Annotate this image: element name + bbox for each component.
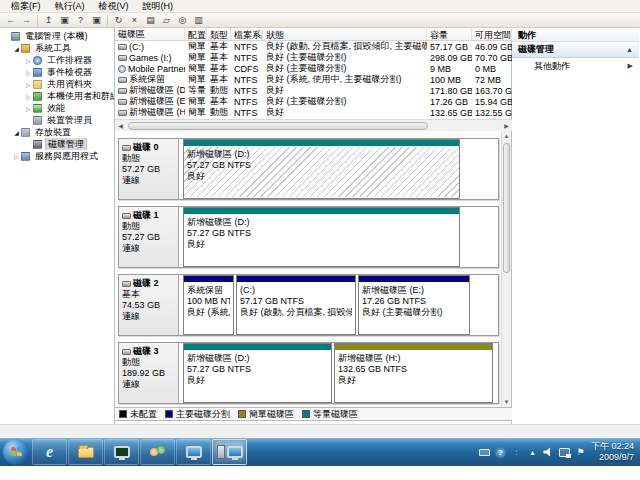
disk-icon	[122, 145, 131, 151]
tree-item-computer-management[interactable]: 電腦管理 (本機)	[0, 30, 114, 42]
collapsed-arrow-icon[interactable]: ▷	[24, 105, 33, 112]
actions-pane: 動作 磁碟管理 ▲ 其他動作 ▶	[512, 28, 639, 424]
disk-icon[interactable]: ▥	[191, 14, 206, 27]
more-actions-item[interactable]: 其他動作 ▶	[512, 58, 639, 74]
disk-icon	[122, 213, 131, 219]
tree-item-storage[interactable]: ◢存放裝置	[0, 126, 114, 138]
forward-icon[interactable]: →	[19, 14, 34, 27]
properties-icon[interactable]: ▤	[143, 14, 158, 27]
legend: 未配置 主要磁碟分割 簡單磁碟區 等量磁碟區	[115, 407, 512, 421]
clock[interactable]: 下午 02:24 2009/9/7	[591, 441, 636, 463]
menu-action[interactable]: 執行(A)	[48, 0, 92, 13]
collapse-icon[interactable]: ▲	[626, 46, 633, 53]
show-hide-pane-icon[interactable]: ▣	[89, 14, 104, 27]
safely-remove-hardware-icon[interactable]	[479, 449, 490, 456]
console-tree: 電腦管理 (本機) ◢系統工具 ▷工作排程器 ▷事件檢視器 ▷共用資料夾 ▷本機…	[0, 28, 115, 424]
disk-icon	[122, 349, 131, 355]
open-icon[interactable]: ▱	[159, 14, 174, 27]
start-button[interactable]	[3, 439, 29, 465]
table-row[interactable]: 新增磁碟區 (H:) 簡單 動態 NTFS 良好 132.65 GB 132.5…	[115, 107, 512, 118]
disk-header[interactable]: 磁碟 1 動態 57.27 GB 連線	[119, 207, 179, 267]
simple-volume-color-strip	[335, 344, 492, 351]
computer-monitor-icon	[227, 446, 243, 458]
scrollbar-thumb[interactable]	[503, 143, 510, 273]
scrollbar-thumb[interactable]	[128, 122, 428, 130]
user-accounts-button[interactable]	[140, 439, 175, 465]
tree-item-device-manager[interactable]: 裝置管理員	[0, 114, 114, 126]
menu-help[interactable]: 說明(H)	[136, 0, 181, 13]
column-capacity[interactable]: 容量	[427, 28, 472, 40]
delete-icon[interactable]: ×	[127, 14, 142, 27]
scroll-down-icon[interactable]: ▼	[502, 397, 511, 407]
language-flag-icon[interactable]: ⚑	[575, 447, 586, 458]
tree-item-services-applications[interactable]: ▷服務與應用程式	[0, 150, 114, 162]
partition-d-disk3[interactable]: 新增磁碟區 (D:) 57.27 GB NTFS 良好	[183, 343, 332, 403]
scroll-right-icon[interactable]: ▶	[501, 122, 512, 129]
network-icon[interactable]	[559, 448, 570, 457]
partition-d-disk1[interactable]: 新增磁碟區 (D:) 57.27 GB NTFS 良好	[183, 207, 460, 267]
display-settings-button[interactable]	[176, 439, 211, 465]
refresh-icon[interactable]: ↻	[111, 14, 126, 27]
expanded-arrow-icon[interactable]: ◢	[12, 45, 21, 52]
collapsed-arrow-icon[interactable]: ▷	[24, 69, 33, 76]
device-manager-icon	[33, 116, 42, 125]
partition-d-disk0[interactable]: 新增磁碟區 (D:) 57.27 GB NTFS 良好	[183, 139, 460, 199]
vertical-scrollbar[interactable]: ▲ ▼	[501, 131, 511, 407]
menu-view[interactable]: 檢視(V)	[92, 0, 136, 13]
expanded-arrow-icon[interactable]: ◢	[12, 129, 21, 136]
submenu-arrow-icon: ▶	[628, 62, 633, 70]
partition-e[interactable]: 新增磁碟區 (E:) 17.26 GB NTFS 良好 (主要磁碟分割)	[358, 275, 470, 335]
column-free-space[interactable]: 可用空間	[472, 28, 512, 40]
collapsed-arrow-icon[interactable]: ▷	[24, 93, 33, 100]
collapsed-arrow-icon[interactable]: ▷	[12, 153, 21, 160]
help-tray-icon[interactable]: ?	[495, 447, 506, 458]
help-icon[interactable]: ?	[73, 14, 88, 27]
actions-title: 動作	[512, 28, 639, 42]
tree-item-performance[interactable]: ▷效能	[0, 102, 114, 114]
horizontal-scrollbar[interactable]: ◀ ▶	[115, 119, 512, 131]
internet-explorer-button[interactable]: e	[32, 439, 67, 465]
menu-file[interactable]: 檔案(F)	[4, 0, 48, 13]
windows-explorer-button[interactable]	[68, 439, 103, 465]
scroll-left-icon[interactable]: ◀	[115, 122, 126, 129]
scroll-up-icon[interactable]: ▲	[502, 131, 511, 141]
users-icon	[149, 445, 167, 459]
tree-item-event-viewer[interactable]: ▷事件檢視器	[0, 66, 114, 78]
disk-header[interactable]: 磁碟 2 基本 74.53 GB 連線	[119, 275, 179, 335]
tree-item-local-users-groups[interactable]: ▷本機使用者和群組	[0, 90, 114, 102]
console-window-icon[interactable]: ▣	[57, 14, 72, 27]
show-hidden-icons-arrow[interactable]: ▲	[527, 447, 538, 458]
storage-icon	[21, 128, 30, 137]
volume-icon[interactable]	[543, 447, 553, 457]
tree-item-disk-management[interactable]: 磁碟管理	[0, 138, 114, 150]
back-icon[interactable]: ←	[3, 14, 18, 27]
partition-system-reserved[interactable]: 系統保留 100 MB NTFS 良好 (系統, 使用中, 主要磁碟分割)	[183, 275, 234, 335]
actions-section-disk-management[interactable]: 磁碟管理 ▲	[512, 42, 639, 58]
computer-management-taskbar-button[interactable]	[212, 439, 247, 465]
unallocated-swatch	[119, 410, 127, 418]
system-tray: ? ⁚ ▲ ⚑ 下午 02:24 2009/9/7	[479, 441, 640, 463]
desktop: 檔案(F) 執行(A) 檢視(V) 說明(H) ← → ↥ ▣ ? ▣ ↻ × …	[0, 0, 640, 480]
column-status[interactable]: 狀態	[263, 28, 427, 40]
disk-header[interactable]: 磁碟 0 動態 57.27 GB 連線	[119, 139, 179, 199]
partition-c[interactable]: (C:) 57.17 GB NTFS 良好 (啟動, 分頁檔案, 損毀傾印, 主…	[236, 275, 356, 335]
column-type[interactable]: 類型	[207, 28, 231, 40]
tree-item-shared-folders[interactable]: ▷共用資料夾	[0, 78, 114, 90]
export-list-icon[interactable]: ↥	[41, 14, 56, 27]
disk-header[interactable]: 磁碟 3 動態 189.92 GB 連線	[119, 343, 179, 403]
striped-volume-color-strip	[184, 208, 459, 215]
tray-overflow-dots-icon[interactable]: ⁚	[511, 447, 522, 458]
column-filesystem[interactable]: 檔案系統	[231, 28, 263, 40]
legend-primary-partition: 主要磁碟分割	[165, 408, 230, 421]
rescan-disks-icon[interactable]: ◎	[175, 14, 190, 27]
console-app-button[interactable]	[104, 439, 139, 465]
collapsed-arrow-icon[interactable]: ▷	[24, 81, 33, 88]
column-layout[interactable]: 配置	[185, 28, 207, 40]
column-volume[interactable]: 磁碟區	[115, 28, 185, 40]
computer-tower-icon	[217, 445, 225, 459]
tree-item-system-tools[interactable]: ◢系統工具	[0, 42, 114, 54]
tree-item-task-scheduler[interactable]: ▷工作排程器	[0, 54, 114, 66]
collapsed-arrow-icon[interactable]: ▷	[24, 57, 33, 64]
status-bar	[0, 424, 640, 438]
partition-h[interactable]: 新增磁碟區 (H:) 132.65 GB NTFS 良好	[334, 343, 493, 403]
